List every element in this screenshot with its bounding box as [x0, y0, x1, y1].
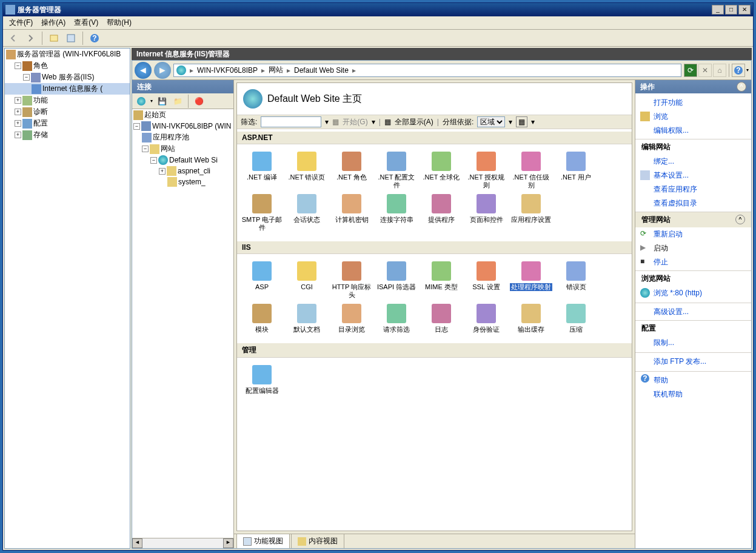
aspnet-feature-4[interactable]: .NET 全球化 [419, 149, 464, 192]
iis-feature-14[interactable]: 输出缓存 [509, 301, 554, 336]
iis-feature-9[interactable]: 默认文档 [284, 301, 329, 336]
menu-file[interactable]: 文件(F) [5, 16, 36, 29]
aspnet-feature-8[interactable]: SMTP 电子邮件 [239, 192, 284, 234]
tree-root[interactable]: 服务器管理器 (WIN-IVKF06L8IB [5, 49, 130, 60]
tab-features[interactable]: 功能视图 [236, 534, 290, 548]
minimize-button[interactable]: _ [712, 5, 724, 15]
action-view-apps[interactable]: 查看应用程序 [635, 183, 751, 196]
aspnet-feature-6[interactable]: .NET 信任级别 [509, 149, 554, 192]
conn-apppools[interactable]: 应用程序池 [132, 132, 233, 143]
aspnet-feature-9[interactable]: 会话状态 [284, 192, 329, 234]
maximize-button[interactable]: □ [725, 5, 737, 15]
iis-feature-8[interactable]: 模块 [239, 301, 284, 336]
show-hide-button[interactable] [47, 32, 61, 45]
action-stop[interactable]: ■停止 [635, 255, 751, 269]
forward-button[interactable] [24, 32, 37, 45]
server-manager-tree[interactable]: 服务器管理器 (WIN-IVKF06L8IB −角色 −Web 服务器(IIS)… [4, 48, 130, 549]
conn-aspnet-cli[interactable]: +aspnet_cli [132, 166, 233, 176]
iis-feature-10[interactable]: 目录浏览 [329, 301, 374, 336]
iis-feature-13[interactable]: 身份验证 [464, 301, 509, 336]
menu-help[interactable]: 帮助(H) [103, 16, 135, 29]
tree-iis[interactable]: Internet 信息服务 ( [5, 83, 130, 95]
iis-feature-1[interactable]: CGI [284, 259, 329, 301]
menu-action[interactable]: 操作(A) [38, 16, 69, 29]
conn-system[interactable]: system_ [132, 176, 233, 187]
nav-help-button[interactable]: ? [732, 64, 745, 77]
iis-feature-2[interactable]: HTTP 响应标头 [329, 259, 374, 301]
aspnet-feature-11[interactable]: 连接字符串 [374, 192, 419, 234]
refresh-button[interactable]: ⟳ [684, 64, 697, 77]
groupby-select[interactable]: 区域 [477, 116, 505, 127]
action-online-help[interactable]: 联机帮助 [635, 387, 751, 401]
iis-feature-5[interactable]: SSL 设置 [464, 259, 509, 301]
aspnet-feature-1[interactable]: .NET 错误页 [284, 149, 329, 192]
conn-folder-button[interactable]: 📁 [171, 95, 184, 108]
home-button[interactable]: ⌂ [713, 64, 726, 77]
iis-feature-0[interactable]: ASP [239, 259, 284, 301]
menu-view[interactable]: 查看(V) [70, 16, 102, 29]
filter-showall[interactable]: 全部显示(A) [395, 117, 433, 127]
action-limits[interactable]: 限制... [635, 336, 751, 350]
action-advanced[interactable]: 高级设置... [635, 303, 751, 319]
nav-back-button[interactable]: ◄ [135, 62, 152, 79]
iis-feature-4[interactable]: MIME 类型 [419, 259, 464, 301]
conn-start-page[interactable]: 起始页 [132, 109, 233, 121]
address-bar[interactable]: ▸ WIN-IVKF06L8IBP ▸ 网站 ▸ Default Web Sit… [173, 64, 681, 77]
aspnet-feature-2[interactable]: .NET 角色 [329, 149, 374, 192]
conn-default-site[interactable]: −Default Web Si [132, 155, 233, 166]
iis-feature-12[interactable]: 日志 [419, 301, 464, 336]
collapse-actions[interactable]: ^ [737, 82, 746, 92]
tree-features[interactable]: +功能 [5, 95, 130, 106]
connections-tree[interactable]: 起始页 −WIN-IVKF06L8IBP (WIN 应用程序池 −网站 −Def… [132, 109, 233, 538]
back-button[interactable] [7, 32, 20, 45]
aspnet-feature-7[interactable]: .NET 用户 [554, 149, 598, 192]
help-button[interactable]: ? [88, 32, 101, 45]
tree-config[interactable]: +配置 [5, 118, 130, 129]
iis-feature-6[interactable]: 处理程序映射 [509, 259, 554, 301]
action-browse-80[interactable]: 浏览 *:80 (http) [635, 286, 751, 300]
stop-button[interactable]: ✕ [698, 64, 712, 77]
filter-start[interactable]: 开始(G) [343, 117, 367, 127]
action-browse[interactable]: 浏览 [635, 110, 751, 124]
crumb-server[interactable]: WIN-IVKF06L8IBP [197, 66, 258, 75]
action-basic-settings[interactable]: 基本设置... [635, 169, 751, 183]
aspnet-feature-3[interactable]: .NET 配置文件 [374, 149, 419, 192]
iis-feature-7[interactable]: 错误页 [554, 259, 598, 301]
action-ftp[interactable]: 添加 FTP 发布... [635, 352, 751, 369]
tree-diag[interactable]: +诊断 [5, 106, 130, 118]
collapse-manage[interactable]: ^ [735, 215, 745, 224]
crumb-site[interactable]: Default Web Site [294, 66, 349, 75]
iis-feature-11[interactable]: 请求筛选 [374, 301, 419, 336]
conn-save-button[interactable]: 💾 [155, 95, 169, 108]
aspnet-feature-12[interactable]: 提供程序 [419, 192, 464, 234]
tree-storage[interactable]: +存储 [5, 129, 130, 141]
aspnet-feature-10[interactable]: 计算机密钥 [329, 192, 374, 234]
tree-roles[interactable]: −角色 [5, 60, 130, 72]
iis-feature-3[interactable]: ISAPI 筛选器 [374, 259, 419, 301]
aspnet-feature-0[interactable]: .NET 编译 [239, 149, 284, 192]
nav-forward-button[interactable]: ► [154, 62, 171, 79]
titlebar[interactable]: 服务器管理器 _ □ ✕ [3, 3, 753, 16]
action-view-vdir[interactable]: 查看虚拟目录 [635, 196, 751, 210]
view-mode-button[interactable]: ▦ [516, 116, 527, 127]
action-edit-perm[interactable]: 编辑权限... [635, 124, 751, 138]
aspnet-feature-14[interactable]: 应用程序设置 [509, 192, 554, 234]
aspnet-feature-5[interactable]: .NET 授权规则 [464, 149, 509, 192]
properties-button[interactable] [64, 32, 78, 45]
action-restart[interactable]: ⟳重新启动 [635, 227, 751, 241]
aspnet-feature-13[interactable]: 页面和控件 [464, 192, 509, 234]
iis-feature-15[interactable]: 压缩 [554, 301, 598, 336]
tree-webserver[interactable]: −Web 服务器(IIS) [5, 72, 130, 83]
conn-delete-button[interactable]: 🔴 [192, 95, 206, 108]
mgmt-feature-0[interactable]: 配置编辑器 [239, 363, 284, 397]
conn-connect-button[interactable] [135, 95, 148, 108]
conn-server[interactable]: −WIN-IVKF06L8IBP (WIN [132, 121, 233, 132]
action-open-feature[interactable]: 打开功能 [635, 96, 751, 110]
tab-content[interactable]: 内容视图 [291, 534, 344, 548]
crumb-sites[interactable]: 网站 [269, 65, 283, 75]
action-help[interactable]: ?帮助 [635, 371, 751, 387]
filter-input[interactable] [261, 116, 321, 127]
conn-sites[interactable]: −网站 [132, 143, 233, 155]
close-button[interactable]: ✕ [738, 5, 751, 15]
action-bindings[interactable]: 绑定... [635, 155, 751, 169]
